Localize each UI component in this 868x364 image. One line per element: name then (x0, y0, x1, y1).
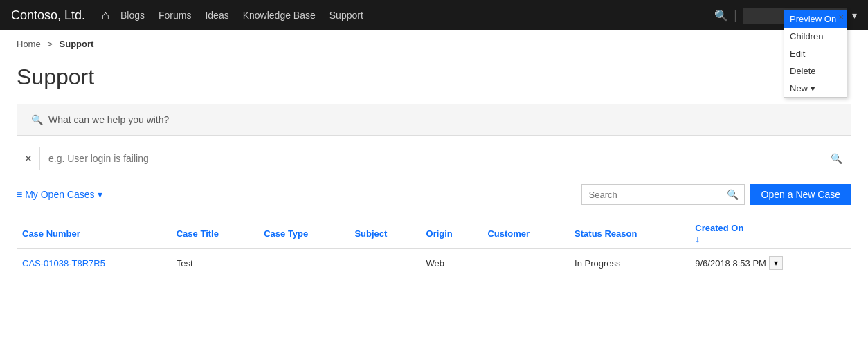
search-hero: 🔍 What can we help you with? (17, 104, 851, 136)
search-input[interactable] (40, 147, 822, 170)
th-case-number: Case Number (17, 216, 171, 249)
breadcrumb-separator: > (47, 39, 53, 49)
search-hero-text: 🔍 What can we help you with? (31, 114, 837, 125)
breadcrumb-current: Support (60, 39, 94, 49)
cell-customer (482, 249, 569, 277)
cases-search-input[interactable] (582, 185, 721, 204)
nav-ideas[interactable]: Ideas (205, 10, 228, 21)
th-origin: Origin (421, 216, 482, 249)
cell-case-type (258, 249, 349, 277)
cases-toolbar: ≡ My Open Cases ▾ 🔍 Open a New Case (17, 184, 851, 205)
nav-search-icon[interactable]: 🔍 (714, 9, 728, 22)
panel-new-arrow: ▾ (811, 83, 815, 93)
panel-preview-on-button[interactable]: Preview On (784, 10, 847, 28)
nav-dropdown-arrow[interactable]: ▾ (852, 10, 857, 21)
search-hero-label: What can we help you with? (48, 114, 169, 125)
panel-close-button[interactable]: × (838, 12, 844, 22)
created-on-cell: 9/6/2018 8:53 PM ▾ (695, 256, 846, 270)
list-icon: ≡ (17, 189, 22, 200)
panel-delete-button[interactable]: Delete (784, 62, 847, 80)
breadcrumb-home[interactable]: Home (17, 39, 41, 49)
breadcrumb: Home > Support (0, 30, 868, 57)
th-created-on[interactable]: Created On ↓ (689, 216, 851, 249)
top-navigation: Contoso, Ltd. ⌂ Blogs Forums Ideas Knowl… (0, 0, 868, 30)
row-dropdown-button[interactable]: ▾ (769, 256, 783, 270)
panel-children-button[interactable]: Children (784, 28, 847, 45)
search-clear-button[interactable]: ✕ (17, 147, 40, 170)
panel-new-label: New (790, 83, 808, 93)
open-new-case-button[interactable]: Open a New Case (750, 184, 851, 205)
th-case-title: Case Title (171, 216, 258, 249)
cell-case-title: Test (171, 249, 258, 277)
nav-divider: | (734, 8, 737, 23)
my-open-cases-arrow: ▾ (98, 189, 102, 200)
table-header-row: Case Number Case Title Case Type Subject… (17, 216, 851, 249)
table-row: CAS-01038-T8R7R5 Test Web In Progress 9/… (17, 249, 851, 277)
main-content: 🔍 What can we help you with? ✕ 🔍 ≡ My Op… (0, 104, 868, 277)
my-open-cases-dropdown[interactable]: ≡ My Open Cases ▾ (17, 189, 102, 200)
search-hero-icon: 🔍 (31, 114, 43, 125)
panel-new-button[interactable]: New ▾ (784, 80, 847, 97)
toolbar-right: 🔍 Open a New Case (581, 184, 851, 205)
panel-edit-button[interactable]: Edit (784, 45, 847, 62)
cases-search-box: 🔍 (581, 184, 745, 205)
page-title: Support (0, 57, 868, 104)
cases-search-icon[interactable]: 🔍 (721, 185, 744, 204)
nav-support[interactable]: Support (329, 10, 363, 21)
th-customer: Customer (482, 216, 569, 249)
created-on-value: 9/6/2018 8:53 PM (695, 258, 766, 269)
cell-created-on: 9/6/2018 8:53 PM ▾ (689, 249, 851, 277)
search-submit-button[interactable]: 🔍 (822, 147, 851, 170)
nav-links: Blogs Forums Ideas Knowledge Base Suppor… (120, 10, 363, 21)
cell-origin: Web (421, 249, 482, 277)
nav-blogs[interactable]: Blogs (120, 10, 145, 21)
floating-panel: × Preview On Children Edit Delete New ▾ (784, 10, 847, 98)
case-number-link[interactable]: CAS-01038-T8R7R5 (22, 258, 105, 269)
th-case-type: Case Type (258, 216, 349, 249)
th-subject: Subject (349, 216, 420, 249)
site-title: Contoso, Ltd. (11, 8, 85, 23)
search-bar: ✕ 🔍 (17, 147, 851, 170)
nav-knowledge-base[interactable]: Knowledge Base (243, 10, 316, 21)
my-open-cases-label: My Open Cases (25, 189, 94, 200)
home-icon[interactable]: ⌂ (102, 8, 109, 23)
created-on-header: Created On ↓ (695, 223, 846, 244)
nav-forums[interactable]: Forums (159, 10, 191, 21)
cases-table: Case Number Case Title Case Type Subject… (17, 216, 851, 277)
cell-case-number: CAS-01038-T8R7R5 (17, 249, 171, 277)
sort-desc-arrow: ↓ (695, 233, 846, 244)
cell-subject (349, 249, 420, 277)
th-status-reason: Status Reason (569, 216, 689, 249)
cell-status-reason: In Progress (569, 249, 689, 277)
